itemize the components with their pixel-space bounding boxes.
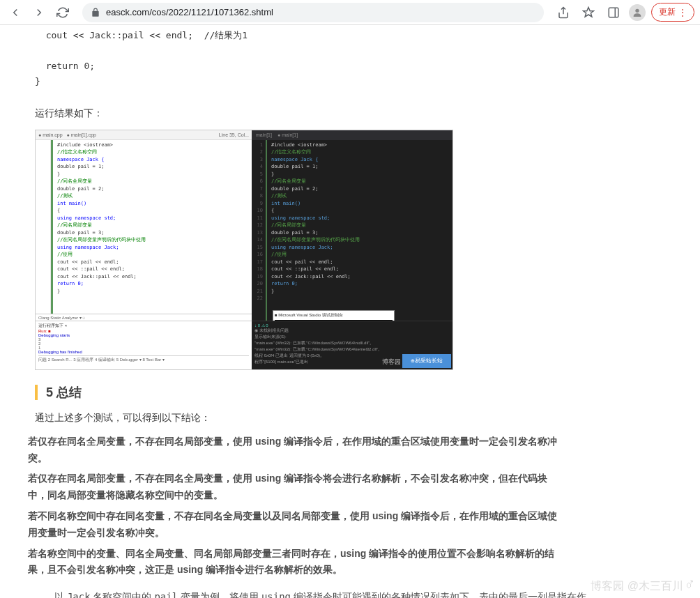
ide-right-code: 12345678910111213141516171819202122 #inc… [252, 140, 452, 321]
code-snippet: cout << Jack::pail << endl; //结果为1 retur… [14, 25, 614, 98]
summary-intro: 通过上述多个测试，可以得到以下结论： [35, 409, 593, 427]
conclusion-2: 若仅存在同名局部变量，不存在同名全局变量，使用 using 编译指令将会进行名称… [28, 470, 558, 504]
reload-button[interactable] [53, 3, 73, 22]
ide-left-output: 运行程序如下 × Run: ■ Debugging starts 3 2 1 D… [36, 321, 252, 369]
lock-icon [91, 8, 100, 17]
heading-accent [35, 385, 38, 400]
svg-point-2 [635, 8, 639, 12]
line-info: Line 35, Col... [219, 132, 249, 137]
final-paragraph: 以 Jack 名称空间中的 pail 变量为例，将使用 using 编译指令时可… [35, 588, 593, 598]
svg-rect-0 [609, 8, 618, 17]
watermark-badge: ⊕易采站长站 [402, 354, 451, 368]
conclusion-4: 若名称空间中的变量、同名全局变量、同名局部局部变量三者同时存在，using 编译… [28, 546, 558, 579]
profile-avatar[interactable] [629, 4, 646, 21]
heading-text: 5 总结 [46, 384, 82, 401]
ide-screenshot: ● main.cpp ● main[1].cpp Line 35, Col...… [35, 130, 453, 370]
analyzer-bar: Clang Static Analyzer ▾ ○ [36, 314, 252, 321]
ide-right-tabs: main[1] ● main[1] [252, 130, 452, 140]
watermark-text: 博客园 [382, 358, 401, 367]
share-icon[interactable] [554, 3, 573, 22]
ide-left-pane: ● main.cpp ● main[1].cpp Line 35, Col...… [36, 130, 252, 369]
conclusion-3: 若不同名称空间中存在同名变量，不存在同名全局变量以及同名局部变量，使用 usin… [28, 508, 558, 542]
gutter [36, 140, 51, 314]
section-heading: 5 总结 [35, 384, 593, 401]
ide-right-pane: main[1] ● main[1] 1234567891011121314151… [252, 130, 452, 369]
page-content: cout << Jack::pail << endl; //结果为1 retur… [0, 25, 627, 598]
update-button[interactable]: 更新⋮ [651, 3, 694, 22]
back-button[interactable] [6, 3, 25, 22]
ide-left-tabs: ● main.cpp ● main[1].cpp Line 35, Col... [36, 130, 252, 140]
ide-left-code: #include <iostream>//指定义名称空间namespace Ja… [36, 140, 252, 314]
run-result-label: 运行结果如下： [35, 105, 593, 122]
bookmark-icon[interactable] [579, 3, 598, 22]
browser-toolbar: easck.com/cos/2022/1121/1071362.shtml 更新… [0, 0, 700, 25]
forward-button[interactable] [29, 3, 49, 22]
conclusion-1: 若仅存在同名全局变量，不存在同名局部变量，使用 using 编译指令后，在作用域… [28, 434, 558, 467]
ide-right-output: ↓ 0 ⚠ 0 ◉ 未找到相关问题 显示输出来源(S): "main.exe" … [252, 321, 452, 369]
gutter: 12345678910111213141516171819202122 [252, 140, 266, 321]
address-bar[interactable]: easck.com/cos/2022/1121/1071362.shtml [82, 3, 544, 22]
panel-icon[interactable] [604, 3, 623, 22]
tab: ● main[1].cpp [67, 132, 96, 137]
url-text: easck.com/cos/2022/1121/1071362.shtml [106, 7, 273, 17]
tab: ● main.cpp [38, 132, 63, 137]
